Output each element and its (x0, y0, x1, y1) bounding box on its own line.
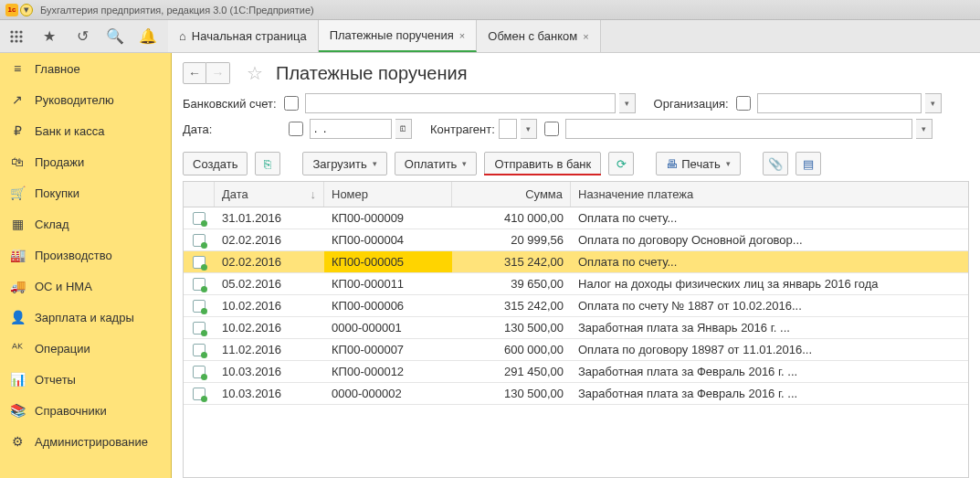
document-icon (193, 234, 205, 247)
sidebar-item[interactable]: 📚Справочники (0, 395, 171, 426)
notifications-icon[interactable]: 🔔 (132, 20, 164, 52)
filter-row-1: Банковский счет: ▾ Организация: ▾ (183, 93, 969, 113)
table-row[interactable]: 02.02.2016КП00-000005315 242,00Оплата по… (184, 251, 968, 273)
cell-desc: Налог на доходы физических лиц за январь… (571, 273, 968, 294)
cell-number: КП00-000004 (324, 229, 452, 250)
filter-row-2: Дата: 🗓 Контрагент: ▾ ▾ (183, 119, 969, 139)
cell-date: 02.02.2016 (215, 229, 324, 250)
bank-account-input[interactable] (305, 93, 616, 113)
load-button[interactable]: Загрузить▾ (302, 152, 386, 175)
cell-desc: Оплата по договору 18987 от 11.01.2016..… (571, 339, 968, 360)
sidebar-item-icon: ≡ (9, 61, 26, 76)
tab[interactable]: Платежные поручения× (319, 20, 478, 52)
bank-account-dropdown[interactable]: ▾ (619, 93, 636, 113)
sidebar-item[interactable]: ₽Банк и касса (0, 115, 171, 146)
cell-desc: Оплата по счету № 1887 от 10.02.2016... (571, 295, 968, 316)
org-dropdown[interactable]: ▾ (925, 93, 942, 113)
col-desc-header[interactable]: Назначение платежа (571, 182, 968, 207)
tab[interactable]: ⌂Начальная страница (168, 20, 319, 52)
org-label: Организация: (654, 97, 729, 111)
document-icon (193, 366, 205, 378)
payments-table: Дата↓ Номер Сумма Назначение платежа 31.… (183, 181, 969, 478)
table-row[interactable]: 10.03.20160000-000002130 500,00Заработна… (184, 383, 968, 405)
favorite-icon[interactable]: ★ (33, 20, 66, 52)
sidebar-item[interactable]: 🏭Производство (0, 239, 171, 271)
sidebar-item[interactable]: ↗Руководителю (0, 84, 171, 115)
sidebar-item-label: Производство (35, 249, 112, 262)
bank-account-label: Банковский счет: (183, 97, 277, 111)
table-row[interactable]: 02.02.2016КП00-00000420 999,56Оплата по … (184, 229, 968, 251)
table-row[interactable]: 11.02.2016КП00-000007600 000,00Оплата по… (184, 339, 968, 361)
table-header: Дата↓ Номер Сумма Назначение платежа (184, 182, 968, 207)
history-icon[interactable]: ↺ (66, 20, 99, 52)
cell-date: 10.03.2016 (215, 361, 324, 382)
table-row[interactable]: 31.01.2016КП00-000009410 000,00Оплата по… (184, 207, 968, 229)
sidebar-item[interactable]: ᴬᴷОперации (0, 333, 171, 364)
table-row[interactable]: 05.02.2016КП00-00001139 650,00Налог на д… (184, 273, 968, 295)
print-button[interactable]: 🖶Печать▾ (656, 152, 741, 175)
org-input[interactable] (757, 93, 922, 113)
favorite-star-icon[interactable]: ☆ (247, 62, 263, 84)
org-checkbox[interactable] (736, 96, 751, 111)
sidebar-item[interactable]: 🚚ОС и НМА (0, 271, 171, 302)
cell-number: 0000-000002 (324, 383, 452, 404)
cell-number: 0000-000001 (324, 317, 452, 338)
cell-number: КП00-000006 (324, 295, 452, 316)
counterparty-code-dd[interactable]: ▾ (521, 119, 537, 139)
nav-back-button[interactable]: ← (183, 62, 206, 84)
counterparty-dropdown[interactable]: ▾ (916, 119, 933, 139)
nav-forward-button[interactable]: → (206, 62, 230, 84)
counterparty-code-input[interactable] (499, 119, 517, 139)
date-checkbox[interactable] (289, 122, 303, 136)
date-label: Дата: (183, 122, 281, 136)
col-number-header[interactable]: Номер (324, 182, 452, 207)
sidebar-item-icon: 📊 (9, 372, 26, 387)
cell-sum: 600 000,00 (452, 339, 571, 360)
document-icon (193, 388, 205, 400)
sidebar-item[interactable]: ≡Главное (0, 53, 171, 84)
counterparty-input[interactable] (565, 119, 912, 139)
sidebar-item[interactable]: 📊Отчеты (0, 364, 171, 395)
attach-button[interactable]: 📎 (763, 152, 788, 175)
sidebar-item[interactable]: ▦Склад (0, 208, 171, 239)
sidebar-item-icon: 👤 (9, 310, 26, 324)
cell-number: КП00-000012 (324, 361, 452, 382)
sidebar-item[interactable]: 👤Зарплата и кадры (0, 302, 171, 333)
title-bar: 1c ▾ Бухгалтерия предприятия, редакция 3… (0, 0, 980, 20)
cell-sum: 39 650,00 (452, 273, 571, 294)
sidebar-item-label: ОС и НМА (35, 280, 92, 293)
app-dropdown-icon[interactable]: ▾ (20, 4, 33, 16)
create-button[interactable]: Создать (183, 152, 248, 175)
refresh-button[interactable]: ⟳ (608, 152, 634, 175)
sidebar-item-icon: ₽ (9, 123, 26, 138)
date-input[interactable] (310, 119, 392, 139)
sidebar-item-label: Администрирование (35, 435, 148, 449)
search-icon[interactable]: 🔍 (99, 20, 132, 52)
cell-date: 05.02.2016 (215, 273, 324, 294)
sidebar-item[interactable]: ⚙Администрирование (0, 426, 171, 457)
sidebar-item[interactable]: 🛍Продажи (0, 146, 171, 177)
date-picker-icon[interactable]: 🗓 (395, 119, 412, 139)
svg-point-7 (15, 39, 17, 42)
layout-button[interactable]: ▤ (796, 152, 821, 175)
send-to-bank-button[interactable]: Отправить в банк (484, 152, 601, 175)
tab-label: Обмен с банком (488, 29, 577, 43)
sidebar-item-label: Руководителю (35, 93, 114, 107)
sidebar-item-label: Главное (35, 62, 80, 76)
pay-button[interactable]: Оплатить▾ (395, 152, 478, 175)
table-row[interactable]: 10.02.20160000-000001130 500,00Заработна… (184, 317, 968, 339)
sidebar-item[interactable]: 🛒Покупки (0, 177, 171, 208)
sidebar-item-label: Зарплата и кадры (35, 311, 134, 324)
close-icon[interactable]: × (459, 30, 465, 41)
col-sum-header[interactable]: Сумма (452, 182, 571, 207)
bank-account-checkbox[interactable] (284, 96, 299, 111)
apps-icon[interactable] (0, 20, 33, 52)
table-row[interactable]: 10.03.2016КП00-000012291 450,00Заработна… (184, 361, 968, 383)
table-row[interactable]: 10.02.2016КП00-000006315 242,00Оплата по… (184, 295, 968, 317)
close-icon[interactable]: × (583, 31, 588, 42)
tab[interactable]: Обмен с банком× (477, 20, 600, 52)
sidebar-item-icon: 🚚 (9, 279, 26, 293)
col-date-header[interactable]: Дата↓ (215, 182, 324, 207)
counterparty-checkbox[interactable] (544, 122, 559, 136)
copy-button[interactable]: ⎘ (255, 152, 280, 175)
